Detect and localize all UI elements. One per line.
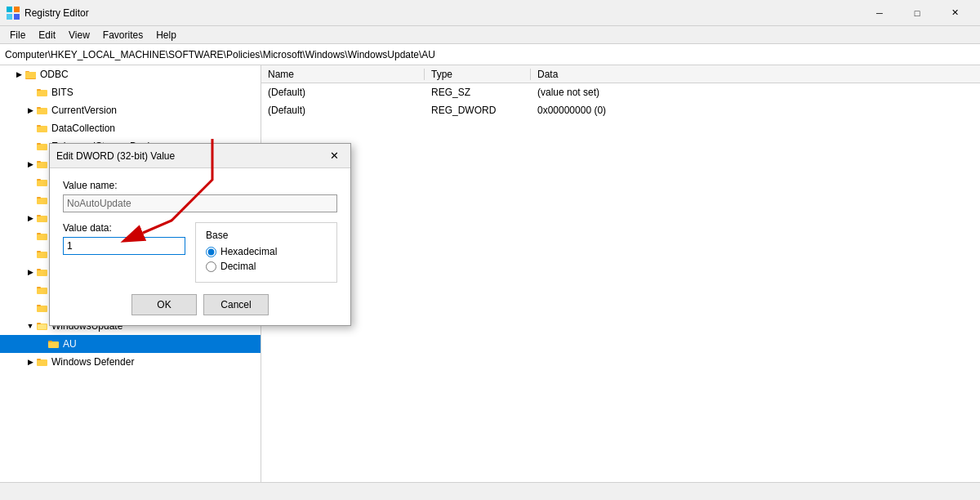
maximize-button[interactable]: □ (898, 0, 936, 26)
no-expand-icon (24, 248, 36, 260)
svg-rect-27 (37, 270, 47, 276)
no-expand-icon (24, 123, 36, 134)
expand-icon: ▶ (13, 69, 24, 80)
cancel-button[interactable]: Cancel (203, 294, 269, 315)
menu-edit[interactable]: Edit (32, 28, 62, 42)
svg-rect-29 (37, 288, 47, 294)
folder-icon (36, 248, 49, 261)
tree-label: AU (63, 338, 77, 350)
tree-item-datacollection[interactable]: DataCollection (0, 119, 261, 137)
hex-label: Hexadecimal (220, 246, 277, 257)
expand-icon: ▶ (24, 158, 36, 170)
tree-item-currentversion[interactable]: ▶ CurrentVersion (0, 101, 261, 119)
no-expand-icon (24, 194, 36, 206)
menu-file[interactable]: File (3, 28, 32, 42)
no-expand-icon (24, 176, 36, 188)
svg-rect-3 (14, 14, 20, 20)
tree-label: CurrentVersion (51, 105, 117, 116)
data-row[interactable]: (Default) REG_SZ (value not set) (261, 83, 980, 101)
folder-icon (36, 122, 49, 135)
value-data-label: Value data: (63, 222, 185, 234)
no-expand-icon (36, 338, 47, 350)
svg-rect-31 (37, 306, 47, 312)
no-expand-icon (24, 87, 36, 98)
expand-icon: ▶ (24, 266, 36, 278)
svg-rect-23 (37, 234, 47, 240)
folder-icon (36, 104, 49, 117)
svg-rect-18 (37, 179, 41, 181)
svg-rect-11 (37, 126, 47, 132)
folder-icon-open (36, 319, 49, 333)
svg-rect-36 (48, 342, 59, 348)
hex-radio[interactable] (206, 247, 216, 257)
svg-rect-37 (48, 341, 52, 342)
menu-bar: File Edit View Favorites Help (0, 26, 980, 44)
svg-rect-17 (37, 180, 47, 186)
folder-icon (36, 176, 49, 189)
base-label: Base (206, 230, 327, 241)
status-bar (0, 482, 980, 500)
dec-radio-label[interactable]: Decimal (206, 261, 327, 272)
dialog-title-bar: Edit DWORD (32-bit) Value ✕ (50, 144, 350, 168)
svg-rect-26 (37, 251, 41, 252)
data-cell-data: (value not set) (531, 87, 599, 98)
app-title: Registry Editor (24, 7, 861, 19)
folder-icon (36, 86, 49, 99)
dialog-close-button[interactable]: ✕ (324, 146, 344, 166)
value-name-label: Value name: (63, 180, 337, 191)
menu-help[interactable]: Help (149, 28, 183, 42)
svg-rect-6 (25, 72, 36, 78)
tree-item-bits[interactable]: BITS (0, 83, 261, 101)
tree-label: ODBC (40, 69, 69, 80)
tree-item-windowsdefender[interactable]: ▶ Windows Defender (0, 353, 261, 371)
data-cell-type: REG_SZ (425, 87, 531, 98)
svg-rect-32 (37, 305, 41, 306)
address-path: Computer\HKEY_LOCAL_MACHINE\SOFTWARE\Pol… (5, 49, 435, 60)
svg-rect-12 (37, 125, 41, 127)
ok-button[interactable]: OK (131, 294, 197, 315)
tree-item-au[interactable]: AU (0, 335, 261, 353)
address-bar: Computer\HKEY_LOCAL_MACHINE\SOFTWARE\Pol… (0, 44, 980, 65)
folder-icon (36, 158, 49, 171)
dialog-body: Value name: Value data: Base Hexadecimal… (50, 168, 350, 325)
col-header-data: Data (531, 69, 558, 80)
svg-rect-38 (37, 359, 47, 366)
folder-icon (36, 230, 49, 243)
svg-rect-30 (37, 287, 41, 288)
folder-icon (36, 212, 49, 225)
dec-radio[interactable] (206, 261, 216, 272)
edit-dword-dialog: Edit DWORD (32-bit) Value ✕ Value name: … (49, 143, 351, 326)
no-expand-icon (24, 284, 36, 296)
svg-rect-20 (37, 197, 41, 199)
expand-icon: ▶ (24, 356, 36, 368)
hex-radio-label[interactable]: Hexadecimal (206, 246, 327, 257)
right-panel: Name Type Data (Default) REG_SZ (value n… (261, 65, 980, 500)
minimize-button[interactable]: ─ (861, 0, 898, 26)
folder-icon (36, 140, 49, 153)
expand-icon: ▶ (24, 212, 36, 224)
close-button[interactable]: ✕ (936, 0, 973, 26)
menu-view[interactable]: View (62, 28, 96, 42)
value-data-input[interactable] (63, 237, 185, 255)
col-header-type: Type (425, 69, 531, 80)
svg-rect-9 (37, 108, 47, 114)
folder-icon (36, 266, 49, 279)
tree-label: BITS (51, 87, 74, 98)
svg-rect-15 (37, 162, 47, 168)
folder-icon (36, 301, 49, 315)
value-name-input[interactable] (63, 194, 337, 212)
tree-item-odbc[interactable]: ▶ ODBC (0, 65, 261, 83)
data-cell-data: 0x00000000 (0) (531, 105, 606, 116)
data-row[interactable]: (Default) REG_DWORD 0x00000000 (0) (261, 101, 980, 119)
folder-icon (24, 68, 38, 81)
data-cell-name: (Default) (261, 87, 425, 98)
menu-favorites[interactable]: Favorites (96, 28, 149, 42)
folder-icon (36, 194, 49, 207)
no-expand-icon (24, 302, 36, 314)
svg-rect-13 (37, 144, 47, 150)
svg-rect-10 (37, 107, 41, 109)
no-expand-icon (24, 141, 36, 152)
svg-rect-1 (14, 7, 20, 12)
expand-icon: ▼ (24, 320, 36, 332)
data-cell-type: REG_DWORD (425, 105, 531, 116)
